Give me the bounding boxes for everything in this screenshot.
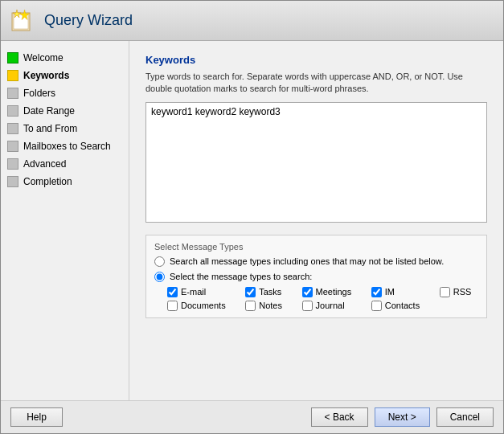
sidebar-item-date-range[interactable]: Date Range [1,102,129,120]
wizard-icon [10,8,36,34]
message-types-section: Select Message Types Search all message … [145,235,487,318]
msg-types-title: Select Message Types [154,242,478,252]
title-bar: Query Wizard [1,1,503,41]
checkbox-item-contacts: Contacts [371,301,427,311]
sidebar-bullet-keywords [7,70,18,81]
checkbox-label-journal: Journal [316,301,345,310]
section-title: Keywords [145,54,487,66]
sidebar-bullet-welcome [7,52,18,63]
message-type-checkboxes: E-mailTasksMeetingsIMRSSDocumentsNotesJo… [167,287,478,311]
sidebar-item-to-and-from[interactable]: To and From [1,120,129,137]
checkbox-documents[interactable] [167,301,178,311]
next-button[interactable]: Next > [375,407,430,427]
sidebar-label-mailboxes-search: Mailboxes to Search [23,141,111,152]
checkbox-item-notes: Notes [245,301,289,311]
checkbox-label-tasks: Tasks [259,287,281,297]
radio-select-label: Select the message types to search: [170,272,312,281]
checkbox-item-email: E-mail [167,287,232,297]
sidebar-bullet-folders [7,88,18,99]
sidebar-item-keywords[interactable]: Keywords [1,67,129,84]
section-desc: Type words to search for. Separate words… [145,71,487,96]
sidebar-item-completion[interactable]: Completion [1,173,129,190]
main-panel: Keywords Type words to search for. Separ… [129,41,503,400]
sidebar-item-folders[interactable]: Folders [1,84,129,102]
sidebar-bullet-advanced [7,158,18,170]
checkbox-meetings[interactable] [302,287,313,297]
sidebar-label-advanced: Advanced [23,158,66,170]
sidebar-label-keywords: Keywords [23,70,69,81]
back-button[interactable]: < Back [311,407,368,427]
sidebar-label-welcome: Welcome [23,52,64,63]
checkbox-label-rss: RSS [453,287,472,297]
checkbox-email[interactable] [167,287,178,297]
sidebar-bullet-date-range [7,105,18,117]
sidebar-bullet-completion [7,176,18,187]
checkbox-item-meetings: Meetings [302,287,359,297]
sidebar-bullet-mailboxes-search [7,141,18,152]
footer-right: < Back Next > Cancel [311,407,494,427]
radio-select-types[interactable] [154,272,165,282]
radio-all-label: Search all message types including ones … [170,256,444,266]
checkbox-journal[interactable] [302,301,313,311]
sidebar-label-date-range: Date Range [23,105,75,117]
checkbox-item-rss: RSS [440,287,478,297]
cancel-button[interactable]: Cancel [436,407,494,427]
sidebar: WelcomeKeywordsFoldersDate RangeTo and F… [1,41,129,400]
checkbox-label-notes: Notes [259,301,282,310]
checkbox-item-im: IM [371,287,427,297]
checkbox-notes[interactable] [245,301,256,311]
checkbox-tasks[interactable] [245,287,256,297]
dialog-title: Query Wizard [44,12,133,29]
checkbox-rss[interactable] [440,287,450,297]
radio-all-types[interactable] [154,256,165,267]
help-button[interactable]: Help [10,407,63,427]
checkbox-item-tasks: Tasks [245,287,289,297]
radio-all-row: Search all message types including ones … [154,256,478,267]
checkbox-item-journal: Journal [302,301,359,311]
sidebar-item-advanced[interactable]: Advanced [1,155,129,173]
footer-left: Help [10,407,63,427]
checkbox-label-meetings: Meetings [316,287,352,297]
checkbox-im[interactable] [371,287,382,297]
content-area: WelcomeKeywordsFoldersDate RangeTo and F… [1,41,503,400]
footer: Help < Back Next > Cancel [1,400,503,433]
checkbox-label-contacts: Contacts [385,301,420,310]
keyword-input[interactable] [145,102,487,223]
sidebar-item-mailboxes-search[interactable]: Mailboxes to Search [1,137,129,155]
sidebar-label-completion: Completion [23,176,72,187]
checkbox-label-im: IM [385,287,395,297]
checkbox-contacts[interactable] [371,301,382,311]
checkbox-label-documents: Documents [181,301,226,310]
sidebar-item-welcome[interactable]: Welcome [1,49,129,67]
checkbox-item-documents: Documents [167,301,232,311]
checkbox-label-email: E-mail [181,287,206,297]
sidebar-label-folders: Folders [23,88,55,99]
radio-select-row: Select the message types to search: [154,272,478,282]
query-wizard-dialog: Query Wizard WelcomeKeywordsFoldersDate … [0,0,504,434]
sidebar-label-to-and-from: To and From [23,123,77,134]
sidebar-bullet-to-and-from [7,123,18,134]
